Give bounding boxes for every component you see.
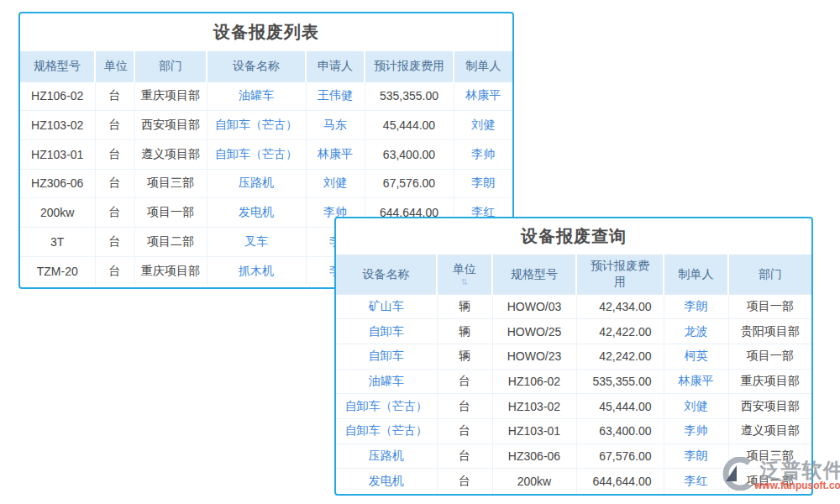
- cell-spec: HZ306-06: [492, 444, 576, 469]
- cell-maker[interactable]: 林康平: [454, 81, 512, 111]
- cell-name[interactable]: 自卸车: [336, 344, 437, 369]
- cell-maker[interactable]: 李帅: [454, 139, 512, 169]
- column-header-applicant: 申请人: [306, 51, 365, 81]
- cell-maker[interactable]: 柯英: [664, 344, 728, 369]
- column-header-unit[interactable]: 单位⇅: [437, 255, 492, 294]
- cell-name[interactable]: 油罐车: [207, 81, 306, 111]
- cell-cost: 63,400.00: [576, 418, 664, 444]
- table-row: 自卸车辆HOWO/2542,422.00龙波贵阳项目部: [336, 319, 811, 344]
- cell-spec: HZ106-02: [492, 369, 576, 394]
- cell-dept: 西安项目部: [134, 111, 207, 140]
- cell-cost: 644,644.00: [576, 469, 664, 494]
- column-label: 单位: [104, 59, 128, 72]
- cell-spec: HZ103-01: [20, 139, 95, 169]
- column-header-spec: 规格型号: [20, 51, 95, 81]
- cell-unit: 辆: [437, 344, 492, 369]
- table-row: 自卸车辆HOWO/2342,242.00柯英项目一部: [336, 344, 811, 369]
- column-header-dept: 部门: [728, 255, 811, 294]
- cell-maker[interactable]: 刘健: [454, 111, 512, 140]
- table-row: HZ306-06台项目三部压路机刘健67,576.00李朗: [20, 169, 512, 198]
- cell-dept: 重庆项目部: [134, 81, 207, 111]
- cell-unit: 台: [437, 444, 492, 469]
- cell-unit: 台: [437, 369, 492, 394]
- cell-name[interactable]: 压路机: [207, 169, 306, 198]
- cell-maker[interactable]: 刘健: [664, 394, 728, 419]
- cell-applicant[interactable]: 马东: [306, 111, 365, 140]
- cell-cost: 42,422.00: [576, 319, 664, 344]
- cell-spec: HZ103-01: [492, 418, 576, 444]
- column-label: 预计报废费用: [374, 59, 444, 72]
- cell-maker[interactable]: 李朗: [664, 294, 728, 319]
- watermark: 泛普软件 www.fanpusoft.com: [719, 457, 840, 494]
- cell-unit: 台: [437, 394, 492, 419]
- cell-dept: 重庆项目部: [134, 256, 207, 286]
- watermark-brand: 泛普软件: [760, 459, 840, 481]
- cell-unit: 台: [437, 418, 492, 444]
- column-label: 制单人: [679, 267, 714, 281]
- cell-unit: 辆: [437, 319, 492, 344]
- cell-name[interactable]: 自卸车（芒古）: [207, 111, 306, 140]
- cell-unit: 台: [95, 227, 134, 256]
- cell-name[interactable]: 发电机: [336, 469, 437, 494]
- cell-name[interactable]: 自卸车: [336, 319, 437, 344]
- cell-unit: 台: [95, 169, 134, 198]
- cell-name[interactable]: 自卸车（芒古）: [336, 394, 437, 419]
- cell-name[interactable]: 矿山车: [336, 294, 437, 319]
- scrap-query-window: 设备报废查询 设备名称单位⇅规格型号预计报废费用制单人部门 矿山车辆HOWO/0…: [334, 217, 813, 496]
- cell-name[interactable]: 自卸车（芒古）: [336, 418, 437, 444]
- cell-maker[interactable]: 林康平: [664, 369, 728, 394]
- cell-spec: HOWO/03: [492, 294, 576, 319]
- cell-name[interactable]: 发电机: [207, 198, 306, 228]
- cell-maker[interactable]: 龙波: [664, 319, 728, 344]
- header-row: 设备名称单位⇅规格型号预计报废费用制单人部门: [336, 255, 811, 294]
- cell-unit: 台: [95, 81, 134, 111]
- cell-dept: 贵阳项目部: [728, 319, 811, 344]
- cell-cost: 535,355.00: [365, 81, 454, 111]
- cell-dept: 项目一部: [728, 344, 811, 369]
- cell-cost: 535,355.00: [576, 369, 664, 394]
- fanpu-logo-icon: [719, 457, 753, 494]
- column-label: 规格型号: [34, 59, 81, 72]
- column-header-cost: 预计报废费用: [365, 51, 454, 81]
- scrap-list-title: 设备报废列表: [20, 13, 512, 51]
- cell-dept: 遵义项目部: [728, 418, 811, 444]
- table-row: 自卸车（芒古）台HZ103-0163,400.00李帅遵义项目部: [336, 418, 811, 444]
- cell-dept: 遵义项目部: [134, 139, 207, 169]
- cell-name[interactable]: 抓木机: [207, 256, 306, 286]
- cell-cost: 42,434.00: [576, 294, 664, 319]
- column-label: 单位: [453, 262, 476, 276]
- column-header-cost: 预计报废费用: [576, 255, 664, 294]
- table-row: 矿山车辆HOWO/0342,434.00李朗项目一部: [336, 294, 811, 319]
- cell-applicant[interactable]: 王伟健: [306, 81, 365, 111]
- column-label: 规格型号: [511, 267, 558, 281]
- cell-spec: HZ103-02: [20, 111, 95, 140]
- cell-spec: 3T: [20, 227, 95, 256]
- column-label: 申请人: [318, 59, 353, 72]
- cell-spec: HOWO/23: [492, 344, 576, 369]
- cell-maker[interactable]: 李朗: [454, 169, 512, 198]
- sort-icon: ⇅: [446, 278, 483, 286]
- scrap-query-title: 设备报废查询: [336, 218, 811, 255]
- cell-cost: 67,576.00: [365, 169, 454, 198]
- cell-name[interactable]: 油罐车: [336, 369, 437, 394]
- header-row: 规格型号单位部门设备名称申请人预计报废费用制单人: [20, 51, 512, 81]
- cell-cost: 45,444.00: [576, 394, 664, 419]
- cell-spec: HZ106-02: [20, 81, 95, 111]
- cell-spec: 200kw: [492, 469, 576, 494]
- cell-applicant[interactable]: 林康平: [306, 139, 365, 169]
- cell-dept: 西安项目部: [728, 394, 811, 419]
- cell-spec: HOWO/25: [492, 319, 576, 344]
- column-label: 制单人: [466, 59, 501, 72]
- cell-cost: 63,400.00: [365, 139, 454, 169]
- cell-name[interactable]: 自卸车（芒古）: [207, 139, 306, 169]
- cell-name[interactable]: 压路机: [336, 444, 437, 469]
- cell-applicant[interactable]: 刘健: [306, 169, 365, 198]
- column-header-spec: 规格型号: [492, 255, 576, 294]
- column-label: 部门: [759, 267, 782, 281]
- column-header-name: 设备名称: [207, 51, 306, 81]
- cell-name[interactable]: 叉车: [207, 227, 306, 256]
- table-row: HZ103-02台西安项目部自卸车（芒古）马东45,444.00刘健: [20, 111, 512, 140]
- column-label: 设备名称: [233, 59, 280, 72]
- column-label: 部门: [159, 59, 182, 72]
- cell-maker[interactable]: 李帅: [664, 418, 728, 444]
